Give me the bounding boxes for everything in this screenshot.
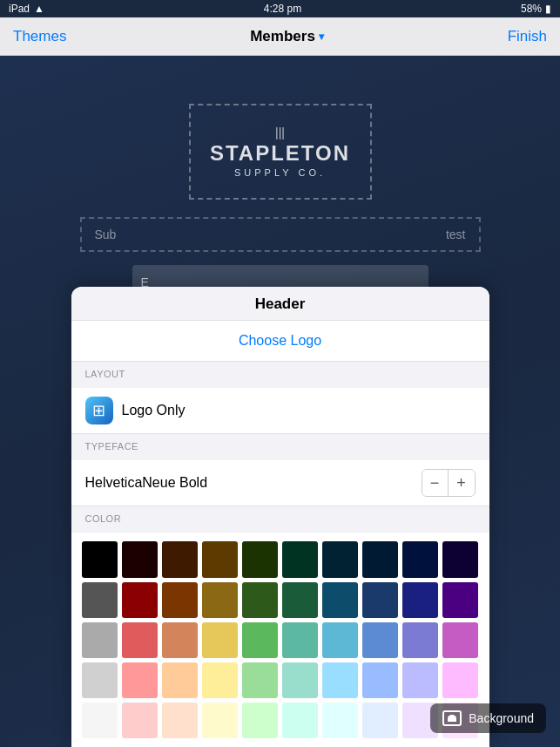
color-swatch[interactable] [442,541,478,577]
background-button[interactable]: Background [430,703,546,733]
color-swatch[interactable] [362,541,398,577]
layout-row[interactable]: ⊞ Logo Only [71,388,489,434]
device-label: iPad [9,3,30,15]
subtitle-area: Sub test [80,217,481,252]
layout-section-label-row: LAYOUT [71,362,489,388]
nav-back-button[interactable]: Themes [13,28,66,45]
color-swatch[interactable] [442,662,478,698]
color-swatch[interactable] [82,622,118,658]
color-swatch[interactable] [362,703,398,738]
status-bar: iPad ▲ 4:28 pm 58% ▮ [0,0,560,17]
color-swatch[interactable] [122,662,158,698]
nav-finish-button[interactable]: Finish [508,28,547,45]
color-swatch[interactable] [362,662,398,698]
color-swatch[interactable] [242,582,278,618]
subtitle-right: test [446,227,466,241]
color-swatch[interactable] [82,582,118,618]
color-swatch[interactable] [202,582,238,618]
nav-bar: Themes Members ▾ Finish [0,17,560,56]
layout-section-label: LAYOUT [85,369,476,379]
status-left: iPad ▲ [9,3,44,15]
color-swatch[interactable] [282,662,318,698]
color-swatch[interactable] [202,662,238,698]
color-swatch[interactable] [322,662,358,698]
battery-icon: ▮ [545,3,551,15]
stepper-minus-button[interactable]: − [422,470,449,496]
font-size-stepper: − + [422,469,476,497]
color-swatch[interactable] [282,703,318,738]
color-swatch[interactable] [362,622,398,658]
status-time: 4:28 pm [264,3,301,15]
color-swatch[interactable] [322,582,358,618]
themes-link[interactable]: Themes [13,28,66,44]
color-swatch[interactable] [282,582,318,618]
logo-rays: ||| [210,126,350,139]
canvas: ||| STAPLETON SUPPLY CO. Sub test E N He… [0,56,560,747]
color-swatch[interactable] [202,703,238,738]
color-swatch[interactable] [162,703,198,738]
color-swatch[interactable] [162,622,198,658]
color-swatch[interactable] [242,541,278,577]
typeface-row: HelveticaNeue Bold − + [71,460,489,506]
color-swatch[interactable] [402,622,438,658]
brand-sub: SUPPLY CO. [210,167,350,178]
color-swatch[interactable] [322,703,358,738]
color-swatch[interactable] [82,662,118,698]
modal-title-bar: Header [71,287,489,321]
chevron-down-icon: ▾ [319,31,324,43]
logo-area[interactable]: ||| STAPLETON SUPPLY CO. [189,104,372,200]
color-swatch[interactable] [322,541,358,577]
choose-logo-button[interactable]: Choose Logo [239,333,321,349]
color-swatch[interactable] [242,662,278,698]
battery-level: 58% [521,3,542,15]
color-section-label-row: COLOR [71,506,489,533]
background-icon-inner [448,715,456,722]
brand-name: STAPLETON [210,141,350,166]
color-swatch[interactable] [322,622,358,658]
typeface-section-label-row: TYPEFACE [71,434,489,460]
color-swatch[interactable] [402,582,438,618]
color-swatch[interactable] [442,582,478,618]
background-icon [442,710,462,726]
modal-sheet: Header Choose Logo LAYOUT ⊞ Logo Only TY… [71,287,489,747]
color-swatch[interactable] [402,662,438,698]
status-right: 58% ▮ [521,3,551,15]
choose-logo-row[interactable]: Choose Logo [71,321,489,362]
color-grid [71,533,489,747]
color-swatch[interactable] [82,541,118,577]
logo-text: ||| STAPLETON SUPPLY CO. [210,126,350,178]
color-swatch[interactable] [242,622,278,658]
color-swatch[interactable] [162,582,198,618]
typeface-section-label: TYPEFACE [85,441,476,452]
color-swatch[interactable] [442,622,478,658]
modal-title: Header [85,295,476,313]
stepper-plus-button[interactable]: + [449,470,475,496]
color-swatch[interactable] [282,622,318,658]
color-swatch[interactable] [162,662,198,698]
nav-title-area[interactable]: Members ▾ [250,28,324,45]
layout-icon: ⊞ [85,397,113,424]
subtitle-left: Sub [95,227,117,241]
layout-icon-symbol: ⊞ [92,401,105,420]
layout-value: Logo Only [122,403,186,418]
color-swatch[interactable] [122,582,158,618]
color-swatch[interactable] [242,703,278,738]
color-section-label: COLOR [85,513,476,524]
color-swatch[interactable] [402,541,438,577]
color-swatch[interactable] [362,582,398,618]
color-swatch[interactable] [82,703,118,738]
color-swatch[interactable] [282,541,318,577]
color-swatch[interactable] [122,541,158,577]
color-swatch[interactable] [122,703,158,738]
wifi-icon: ▲ [34,3,44,15]
color-swatch[interactable] [202,622,238,658]
color-swatch[interactable] [122,622,158,658]
typeface-value: HelveticaNeue Bold [85,475,208,491]
background-label: Background [469,711,534,725]
nav-title: Members [250,28,315,45]
color-swatch[interactable] [202,541,238,577]
finish-label[interactable]: Finish [508,28,547,44]
color-swatch[interactable] [162,541,198,577]
